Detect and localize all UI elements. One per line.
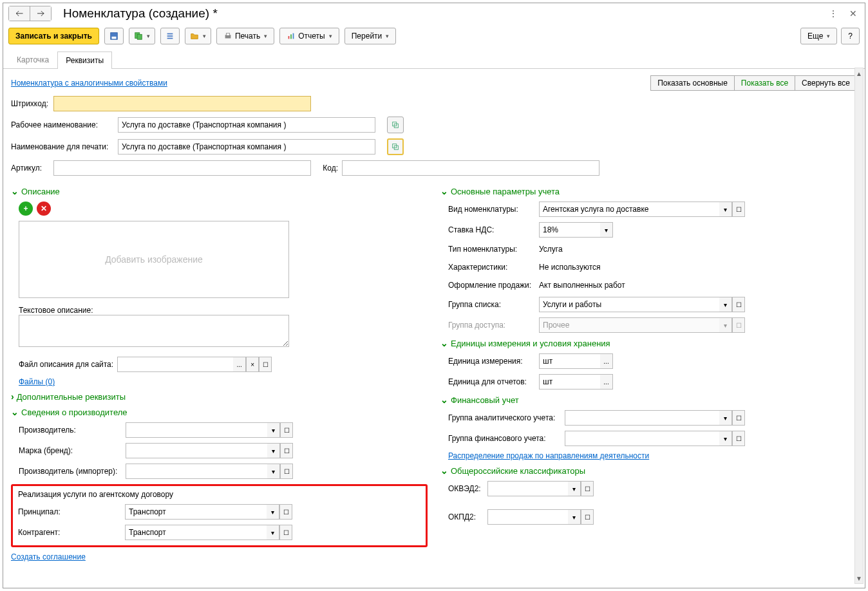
producer-dd[interactable]: ▾ xyxy=(267,422,280,438)
report-unit-browse[interactable]: ... xyxy=(600,374,613,389)
save-button[interactable] xyxy=(104,28,124,44)
okpd-label: ОКПД2: xyxy=(448,512,484,521)
fingroup-input[interactable] xyxy=(565,431,719,446)
brand-dd[interactable]: ▾ xyxy=(267,443,280,458)
fingroup-dd[interactable]: ▾ xyxy=(719,431,732,446)
producer-input[interactable] xyxy=(126,422,267,438)
brand-label: Марка (бренд): xyxy=(19,446,122,455)
distribution-link[interactable]: Распределение продаж по направлениям дея… xyxy=(448,451,649,460)
principal-input[interactable] xyxy=(125,504,267,520)
section-extra[interactable]: Дополнительные реквизиты xyxy=(11,391,428,402)
print-button[interactable]: Печать▾ xyxy=(216,28,274,44)
site-file-browse[interactable]: ... xyxy=(233,357,246,372)
analytic-input[interactable] xyxy=(565,410,719,426)
help-button[interactable]: ? xyxy=(841,28,860,44)
code-input[interactable] xyxy=(342,160,599,176)
unit-input[interactable] xyxy=(539,353,600,369)
fingroup-open[interactable]: ☐ xyxy=(732,431,745,446)
show-all-button[interactable]: Показать все xyxy=(734,75,795,91)
kind-open[interactable]: ☐ xyxy=(732,202,745,217)
article-label: Артикул: xyxy=(11,164,50,173)
add-image-button[interactable]: + xyxy=(19,202,33,216)
close-icon[interactable]: ✕ xyxy=(847,7,860,20)
fingroup-label: Группа финансового учета: xyxy=(448,434,561,443)
principal-dd[interactable]: ▾ xyxy=(267,504,279,520)
menu-icon[interactable]: ⋮ xyxy=(826,7,840,20)
vat-dd[interactable]: ▾ xyxy=(600,222,613,238)
section-manufacturer[interactable]: Сведения о производителе xyxy=(11,407,428,417)
importer-dd[interactable]: ▾ xyxy=(267,464,280,479)
importer-input[interactable] xyxy=(126,464,267,479)
work-name-input[interactable] xyxy=(118,117,375,133)
brand-open[interactable]: ☐ xyxy=(280,443,293,458)
okpd-input[interactable] xyxy=(487,509,568,525)
producer-label: Производитель: xyxy=(19,426,122,435)
create-agreement-link[interactable]: Создать соглашение xyxy=(11,552,86,561)
producer-open[interactable]: ☐ xyxy=(280,422,293,438)
goto-button[interactable]: Перейти▾ xyxy=(344,28,397,44)
article-input[interactable] xyxy=(53,160,311,176)
barcode-input[interactable] xyxy=(53,96,311,111)
access-group-dd: ▾ xyxy=(719,317,732,333)
section-finance[interactable]: Финансовый учет xyxy=(440,395,857,405)
tab-card[interactable]: Карточка xyxy=(8,51,57,68)
list-button[interactable] xyxy=(160,28,180,44)
principal-open[interactable]: ☐ xyxy=(279,504,292,520)
svg-rect-1 xyxy=(111,37,116,39)
svg-rect-5 xyxy=(167,35,173,37)
section-units[interactable]: Единицы измерения и условия хранения xyxy=(440,338,857,348)
scroll-down[interactable]: ▼ xyxy=(855,573,863,583)
chars-value: Не используются xyxy=(539,261,601,274)
copy-button[interactable]: ▾ xyxy=(129,28,155,44)
more-button[interactable]: Еще▾ xyxy=(800,28,837,44)
counterparty-dd[interactable]: ▾ xyxy=(267,525,279,540)
svg-rect-8 xyxy=(226,33,229,36)
files-link[interactable]: Файлы (0) xyxy=(19,377,55,386)
section-description[interactable]: Описание xyxy=(11,186,428,196)
okved-open[interactable]: ☐ xyxy=(581,481,594,496)
list-group-input[interactable] xyxy=(539,297,719,312)
type-label: Тип номенклатуры: xyxy=(448,245,535,254)
folder-button[interactable]: ▾ xyxy=(185,28,211,44)
reports-button[interactable]: Отчеты▾ xyxy=(279,28,339,44)
okpd-open[interactable]: ☐ xyxy=(581,509,594,525)
copy-name-button[interactable] xyxy=(387,117,404,133)
unit-browse[interactable]: ... xyxy=(600,353,613,369)
okpd-dd[interactable]: ▾ xyxy=(568,509,581,525)
counterparty-open[interactable]: ☐ xyxy=(279,525,292,540)
site-file-open[interactable]: ☐ xyxy=(259,357,272,372)
remove-image-button[interactable]: ✕ xyxy=(37,202,51,216)
site-file-input[interactable] xyxy=(117,357,233,372)
print-name-input[interactable] xyxy=(118,139,375,155)
tab-props[interactable]: Реквизиты xyxy=(57,52,112,69)
importer-open[interactable]: ☐ xyxy=(280,464,293,479)
nav-forward-button[interactable]: 🡢 xyxy=(30,6,51,21)
nav-back-button[interactable]: 🡠 xyxy=(9,6,30,21)
section-main-params[interactable]: Основные параметры учета xyxy=(440,186,857,196)
save-close-button[interactable]: Записать и закрыть xyxy=(8,28,99,44)
analytic-open[interactable]: ☐ xyxy=(732,410,745,426)
counterparty-label: Контрагент: xyxy=(18,528,121,537)
counterparty-input[interactable] xyxy=(125,525,267,540)
image-placeholder[interactable]: Добавить изображение xyxy=(19,221,289,298)
list-group-dd[interactable]: ▾ xyxy=(719,297,732,312)
scroll-up[interactable]: ▲ xyxy=(855,68,863,79)
collapse-all-button[interactable]: Свернуть все xyxy=(795,75,857,91)
scrollbar[interactable]: ▲ ▼ xyxy=(854,68,863,584)
show-main-button[interactable]: Показать основные xyxy=(650,75,735,91)
report-unit-input[interactable] xyxy=(539,374,600,389)
copy-print-name-button[interactable] xyxy=(387,138,404,155)
vat-input[interactable] xyxy=(539,222,600,238)
okved-input[interactable] xyxy=(487,481,568,496)
brand-input[interactable] xyxy=(126,443,267,458)
text-desc-input[interactable] xyxy=(19,315,289,347)
similar-link[interactable]: Номенклатура с аналогичными свойствами xyxy=(11,79,167,88)
list-group-open[interactable]: ☐ xyxy=(732,297,745,312)
okved-dd[interactable]: ▾ xyxy=(568,481,581,496)
analytic-dd[interactable]: ▾ xyxy=(719,410,732,426)
kind-dd[interactable]: ▾ xyxy=(719,202,732,217)
analytic-label: Группа аналитического учета: xyxy=(448,413,561,422)
section-classifiers[interactable]: Общероссийские классификаторы xyxy=(440,465,857,476)
kind-input[interactable] xyxy=(539,202,719,217)
site-file-clear[interactable]: × xyxy=(246,357,259,372)
